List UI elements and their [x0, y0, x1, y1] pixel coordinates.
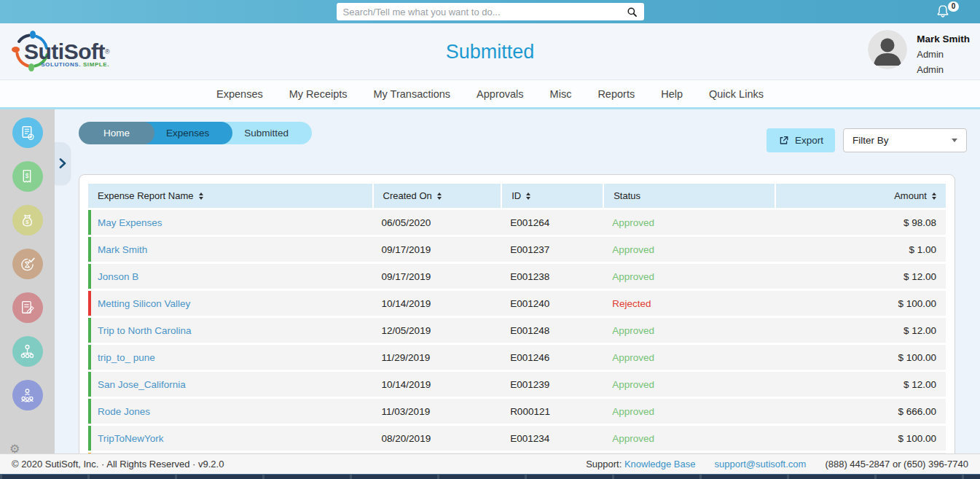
- created-on-value: 09/17/2019: [372, 244, 501, 255]
- sort-icon[interactable]: [437, 192, 442, 200]
- report-name-link[interactable]: Mark Smith: [88, 244, 372, 255]
- created-on-value: 09/17/2019: [372, 271, 501, 282]
- registered-mark: ®: [105, 48, 109, 55]
- money-bag-icon[interactable]: $: [12, 205, 43, 235]
- report-id-value: R000121: [501, 406, 603, 417]
- nav-item-approvals[interactable]: Approvals: [477, 88, 523, 100]
- table-row: TripToNewYork08/20/2019E001234Approved$ …: [88, 426, 946, 451]
- report-id-value: E001234: [501, 433, 603, 444]
- sidebar-expand-toggle[interactable]: [55, 142, 70, 184]
- export-button[interactable]: Export: [767, 128, 835, 152]
- status-value: Approved: [603, 325, 774, 336]
- amount-value: $ 98.08: [775, 217, 946, 228]
- amount-value: $ 12.00: [775, 325, 946, 336]
- report-name-link[interactable]: Rode Jones: [88, 406, 372, 417]
- report-id-value: E001239: [501, 379, 603, 390]
- report-name-link[interactable]: Trip to North Carolina: [88, 325, 372, 336]
- created-on-value: 06/05/2020: [372, 217, 501, 228]
- receipt-dollar-icon[interactable]: $: [12, 161, 43, 192]
- report-id-value: E001238: [501, 271, 603, 282]
- status-color-bar: [88, 291, 91, 316]
- created-on-value: 10/14/2019: [372, 298, 501, 309]
- column-header-id[interactable]: ID: [501, 184, 603, 208]
- amount-value: $ 100.00: [775, 352, 946, 363]
- nav-item-my-transactions[interactable]: My Transactions: [374, 88, 451, 100]
- support-phone: (888) 445-2847 or (650) 396-7740: [825, 459, 968, 470]
- table-row: May Expenses06/05/2020E001264Approved$ 9…: [88, 210, 946, 235]
- svg-text:$: $: [26, 171, 29, 179]
- status-value: Approved: [603, 433, 774, 444]
- sutisoft-logo[interactable]: SutiSoft® SOLUTIONS. SIMPLE.: [10, 29, 109, 73]
- status-value: Approved: [603, 406, 774, 417]
- sort-icon[interactable]: [199, 192, 203, 200]
- team-icon[interactable]: [12, 380, 43, 410]
- copyright-text: © 2020 SutiSoft, Inc. · All Rights Reser…: [12, 459, 224, 470]
- amount-value: $ 666.00: [775, 406, 946, 417]
- status-color-bar: [88, 210, 91, 235]
- status-color-bar: [88, 426, 91, 451]
- report-id-value: E001264: [501, 217, 603, 228]
- logo-tagline-simple: SIMPLE.: [83, 61, 109, 68]
- status-value: Approved: [603, 271, 774, 282]
- status-value: Approved: [603, 379, 774, 390]
- search-input[interactable]: [343, 7, 627, 17]
- table-row: trip_to_ pune11/29/2019E001246Approved$ …: [88, 345, 946, 370]
- status-color-bar: [88, 372, 91, 397]
- amount-value: $ 12.00: [775, 379, 946, 390]
- table-row: Jonson B09/17/2019E001238Approved$ 12.00: [88, 264, 946, 289]
- user-name: Mark Smith: [917, 31, 970, 47]
- support-email-link[interactable]: support@sutisoft.com: [714, 459, 806, 470]
- hourglass-check-icon[interactable]: [12, 249, 43, 279]
- column-header-status: Status: [603, 184, 774, 208]
- report-name-link[interactable]: Metting Silicon Valley: [88, 298, 372, 309]
- logo-tagline-solutions: SOLUTIONS.: [41, 61, 81, 68]
- report-id-value: E001248: [501, 325, 603, 336]
- user-profile-block[interactable]: Mark Smith Admin Admin: [868, 30, 970, 77]
- top-bar: 0: [0, 0, 980, 23]
- sidebar: $$ ⚙: [0, 109, 55, 459]
- breadcrumb-home[interactable]: Home: [79, 122, 154, 144]
- sort-icon[interactable]: [932, 192, 936, 200]
- table-row: Trip to North Carolina12/05/2019E001248A…: [88, 318, 946, 343]
- nav-item-expenses[interactable]: Expenses: [216, 88, 263, 100]
- avatar[interactable]: [868, 30, 907, 69]
- user-role: Admin: [917, 47, 970, 62]
- created-on-value: 11/29/2019: [372, 352, 501, 363]
- status-color-bar: [88, 345, 91, 370]
- amount-value: $ 12.00: [775, 271, 946, 282]
- report-name-link[interactable]: Jonson B: [88, 271, 372, 282]
- search-icon[interactable]: [627, 7, 638, 17]
- content-area: $$ ⚙ HomeExpensesSubmitted Export Filter…: [0, 109, 980, 459]
- created-on-value: 12/05/2019: [372, 325, 501, 336]
- nav-item-reports[interactable]: Reports: [597, 88, 635, 100]
- expense-table-panel: Expense Report NameCreated OnIDStatusAmo…: [79, 174, 955, 479]
- notifications-bell-icon[interactable]: 0: [935, 4, 952, 21]
- report-name-link[interactable]: TripToNewYork: [88, 433, 372, 444]
- logo-wordmark: SutiSoft: [24, 39, 105, 63]
- document-edit-icon[interactable]: [12, 292, 43, 323]
- amount-value: $ 100.00: [775, 433, 946, 444]
- table-row: Metting Silicon Valley10/14/2019E001240R…: [88, 291, 946, 316]
- created-on-value: 08/20/2019: [372, 433, 501, 444]
- report-name-link[interactable]: San Jose_California: [88, 379, 372, 390]
- breadcrumb: HomeExpensesSubmitted: [79, 122, 312, 144]
- org-chart-icon[interactable]: [12, 336, 43, 367]
- nav-item-help[interactable]: Help: [661, 88, 683, 100]
- created-on-value: 10/14/2019: [372, 379, 501, 390]
- sort-icon[interactable]: [526, 192, 530, 200]
- nav-item-quick-links[interactable]: Quick Links: [709, 88, 764, 100]
- knowledge-base-link[interactable]: Knowledge Base: [624, 459, 696, 470]
- nav-item-misc[interactable]: Misc: [550, 88, 572, 100]
- column-header-expense-report-name[interactable]: Expense Report Name: [88, 184, 372, 208]
- filter-by-dropdown[interactable]: Filter By: [843, 128, 967, 152]
- column-header-created-on[interactable]: Created On: [372, 184, 501, 208]
- report-name-link[interactable]: May Expenses: [88, 217, 372, 228]
- document-add-icon[interactable]: [12, 117, 43, 148]
- nav-item-my-receipts[interactable]: My Receipts: [289, 88, 348, 100]
- column-header-amount[interactable]: Amount: [775, 184, 946, 208]
- report-name-link[interactable]: trip_to_ pune: [88, 352, 372, 363]
- status-color-bar: [88, 264, 91, 289]
- chevron-down-icon: [952, 139, 957, 142]
- app-window: 0 SutiSoft® SOLUTIONS. SIMPLE. Submitted: [0, 0, 980, 479]
- status-value: Approved: [603, 352, 774, 363]
